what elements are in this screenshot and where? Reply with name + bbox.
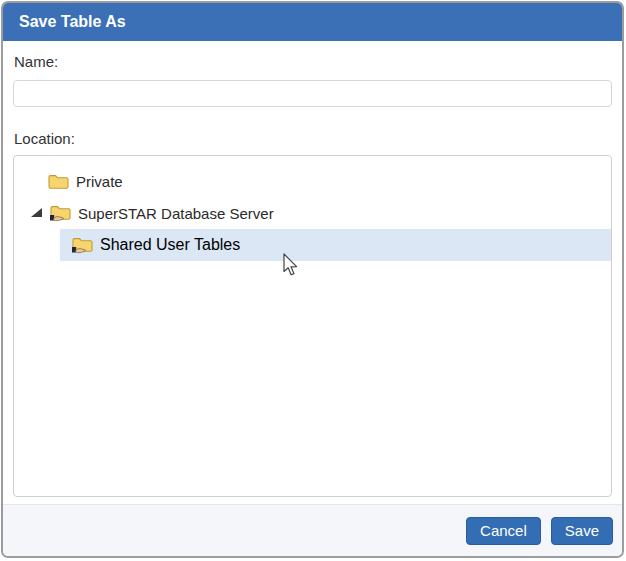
name-label: Name:: [14, 53, 58, 70]
tree-item-label: Shared User Tables: [100, 236, 240, 254]
dialog-titlebar: Save Table As: [3, 3, 622, 41]
dialog-title: Save Table As: [19, 13, 126, 30]
tree-item-shared-user-tables[interactable]: Shared User Tables: [14, 229, 611, 261]
selected-tree-row[interactable]: Shared User Tables: [60, 229, 611, 261]
save-button[interactable]: Save: [551, 517, 613, 545]
shared-folder-icon: [72, 236, 93, 254]
location-tree: Private SuperSTAR Database Server: [13, 155, 612, 497]
tree-item-private[interactable]: Private: [14, 165, 611, 197]
save-table-as-dialog: Save Table As Name: Location: Private Su…: [1, 1, 624, 558]
tree-item-superstar-database-server[interactable]: SuperSTAR Database Server: [14, 197, 611, 229]
cancel-button[interactable]: Cancel: [466, 517, 541, 545]
shared-folder-icon: [50, 204, 71, 222]
collapse-triangle-icon[interactable]: [31, 208, 43, 218]
tree-item-label: SuperSTAR Database Server: [78, 205, 274, 222]
tree-item-label: Private: [76, 173, 123, 190]
location-label: Location:: [14, 130, 75, 147]
dialog-footer: Cancel Save: [3, 504, 622, 556]
name-input[interactable]: [13, 80, 612, 107]
folder-icon: [48, 173, 69, 190]
